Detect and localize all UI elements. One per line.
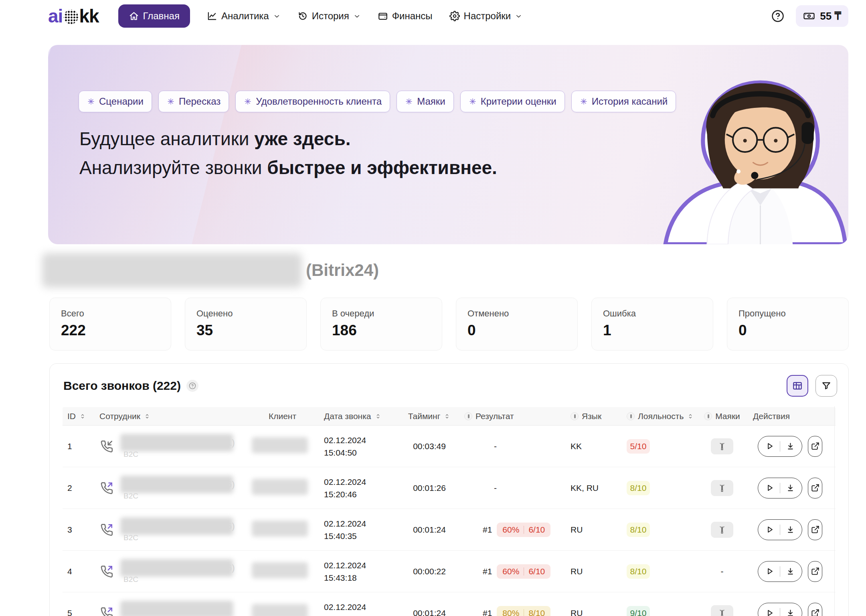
call-date: 02.12.2024: [324, 559, 399, 571]
column-header-beacons: Маяки: [696, 411, 748, 421]
audio-controls: [758, 436, 802, 457]
table-row: 46)B2C02.12.202415:43:1800:00:22#160%6/1…: [63, 551, 836, 592]
employee-name-redacted: [120, 601, 233, 616]
audio-controls: [758, 478, 802, 498]
stat-value: 0: [739, 322, 837, 339]
download-button[interactable]: [785, 483, 796, 492]
beacon-badge: [711, 605, 733, 616]
language-cell: RU: [566, 608, 622, 616]
balance-amount: 55 ₸: [820, 10, 841, 22]
sort-icon[interactable]: [144, 413, 151, 420]
phone-outgoing-icon: [99, 523, 114, 537]
stat-value: 1: [603, 322, 702, 339]
sort-icon[interactable]: [374, 413, 382, 420]
history-icon: [297, 11, 308, 21]
sparkle-icon: [167, 97, 175, 105]
balance-chip[interactable]: 55 ₸: [796, 5, 848, 27]
language-cell: RU: [566, 525, 622, 535]
table-scrollbar-gutter[interactable]: [834, 406, 835, 616]
chevron-down-icon: [515, 12, 522, 20]
nav-item-analytics[interactable]: Аналитика: [207, 4, 281, 28]
result-rank: #1: [483, 608, 492, 616]
download-button[interactable]: [785, 567, 796, 576]
column-header-employee[interactable]: Сотрудник: [95, 411, 246, 421]
column-label: Язык: [582, 411, 601, 421]
stat-label: Оценено: [196, 308, 295, 319]
funnel-icon: [821, 381, 832, 391]
logo[interactable]: ai kk: [48, 5, 99, 27]
filter-button[interactable]: [815, 375, 837, 397]
sparkle-icon: [469, 97, 477, 105]
help-button[interactable]: [771, 9, 785, 23]
stat-value: 222: [61, 322, 160, 339]
download-button[interactable]: [785, 442, 796, 451]
sparkle-icon: [244, 97, 252, 105]
call-date: 02.12.2024: [324, 434, 399, 446]
feature-chip-2[interactable]: Удовлетворенность клиента: [235, 91, 390, 112]
page-title-row: (Bitrix24): [42, 252, 379, 289]
nav-item-label: Аналитика: [221, 10, 269, 22]
download-button[interactable]: [785, 608, 796, 616]
lighthouse-icon: [717, 525, 727, 535]
nav-item-history[interactable]: История: [297, 4, 361, 28]
open-call-button[interactable]: [808, 561, 822, 582]
feature-chip-4[interactable]: Критерии оценки: [460, 91, 565, 112]
column-header-call-date[interactable]: Дата звонка: [319, 411, 399, 421]
column-label: Клиент: [269, 411, 296, 421]
play-button[interactable]: [764, 525, 775, 534]
result-empty: -: [494, 442, 497, 451]
download-button[interactable]: [785, 525, 796, 534]
employee-name-redacted: [120, 434, 233, 452]
column-label: Тайминг: [408, 411, 441, 421]
open-call-button[interactable]: [808, 478, 822, 498]
sort-icon[interactable]: [687, 413, 694, 420]
actions-cell: [748, 478, 822, 498]
result-empty: -: [494, 483, 497, 493]
result-score: 6/10: [528, 567, 545, 576]
chevron-down-icon: [353, 12, 361, 20]
call-id: 2: [63, 483, 95, 493]
main-menu: ГлавнаяАналитикаИсторияФинансыНастройки: [118, 4, 523, 28]
feature-chip-1[interactable]: Пересказ: [158, 91, 229, 112]
calls-table-card: Всего звонков (222) IDСотрудникКлиентДат…: [49, 363, 849, 616]
table-help-icon[interactable]: [186, 380, 198, 392]
play-button[interactable]: [764, 567, 775, 576]
column-header-loyalty[interactable]: Лояльность: [622, 411, 696, 421]
nav-item-label: Финансы: [392, 10, 433, 22]
table-view-button[interactable]: [787, 375, 808, 397]
open-call-button[interactable]: [808, 519, 822, 540]
client-name-redacted: [252, 521, 308, 537]
call-time: 15:20:46: [324, 488, 399, 500]
employee-cell: 6)B2C: [95, 559, 246, 584]
nav-item-settings[interactable]: Настройки: [449, 4, 523, 28]
table-row: 26)B2C02.12.202415:20:4600:01:26-KK, RU8…: [63, 467, 836, 509]
feature-chip-0[interactable]: Сценарии: [79, 91, 152, 112]
sort-icon[interactable]: [443, 413, 451, 420]
actions-cell: [748, 603, 822, 616]
chip-label: Сценарии: [99, 96, 144, 107]
employee-name-redacted: [120, 476, 233, 493]
column-label: Результат: [475, 411, 514, 421]
result-cell: #160%6/10: [459, 564, 566, 579]
feature-chip-3[interactable]: Маяки: [397, 91, 454, 112]
stat-card: В очереди186: [320, 298, 442, 351]
sort-icon[interactable]: [79, 413, 86, 420]
nav-item-home[interactable]: Главная: [118, 4, 190, 28]
open-call-button[interactable]: [808, 603, 822, 616]
loyalty-badge: 8/10: [627, 523, 650, 537]
lighthouse-icon: [717, 442, 727, 451]
stat-value: 35: [196, 322, 295, 339]
stat-value: 186: [332, 322, 431, 339]
client-cell: [246, 479, 319, 497]
play-button[interactable]: [764, 442, 775, 451]
call-date: 02.12.2024: [324, 601, 399, 613]
play-button[interactable]: [764, 483, 775, 492]
call-date-cell: 02.12.202415:42:47: [319, 601, 399, 616]
column-header-timing[interactable]: Тайминг: [399, 411, 459, 421]
nav-item-finance[interactable]: Финансы: [378, 4, 433, 28]
lighthouse-icon: [717, 483, 727, 493]
play-button[interactable]: [764, 608, 775, 616]
column-header-id[interactable]: ID: [63, 411, 95, 421]
open-call-button[interactable]: [808, 436, 822, 457]
stat-card: Отменено0: [456, 298, 578, 351]
